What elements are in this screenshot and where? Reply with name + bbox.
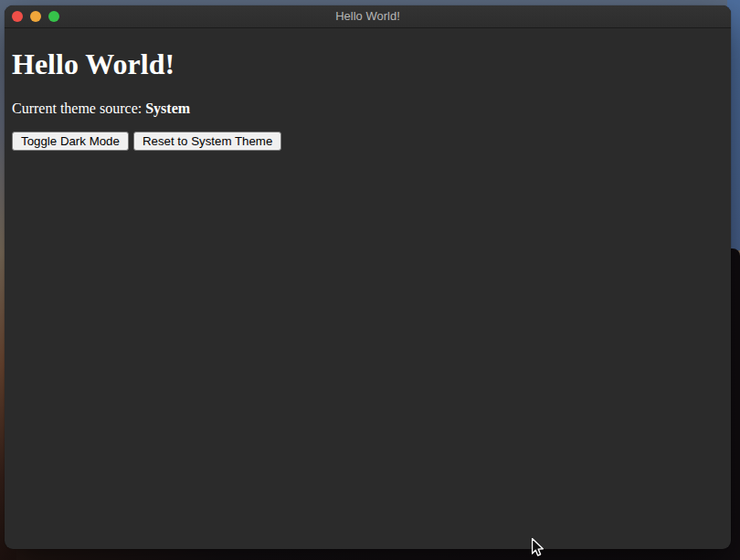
page-title: Hello World! [12, 48, 724, 81]
zoom-button-icon[interactable] [48, 11, 59, 22]
reset-system-theme-button[interactable]: Reset to System Theme [133, 132, 281, 151]
minimize-button-icon[interactable] [30, 11, 41, 22]
window-title: Hello World! [335, 5, 400, 27]
screen: Hello World! Hello World! Current theme … [0, 0, 740, 560]
page-content: Hello World! Current theme source: Syste… [5, 48, 731, 151]
app-window: Hello World! Hello World! Current theme … [5, 5, 731, 549]
theme-status-label: Current theme source: [12, 100, 145, 116]
button-row: Toggle Dark ModeReset to System Theme [12, 132, 724, 151]
theme-status: Current theme source: System [12, 100, 724, 117]
window-controls [12, 11, 59, 22]
toggle-dark-mode-button[interactable]: Toggle Dark Mode [12, 132, 129, 151]
titlebar[interactable]: Hello World! [5, 5, 731, 28]
close-button-icon[interactable] [12, 11, 23, 22]
theme-status-value: System [145, 100, 190, 116]
